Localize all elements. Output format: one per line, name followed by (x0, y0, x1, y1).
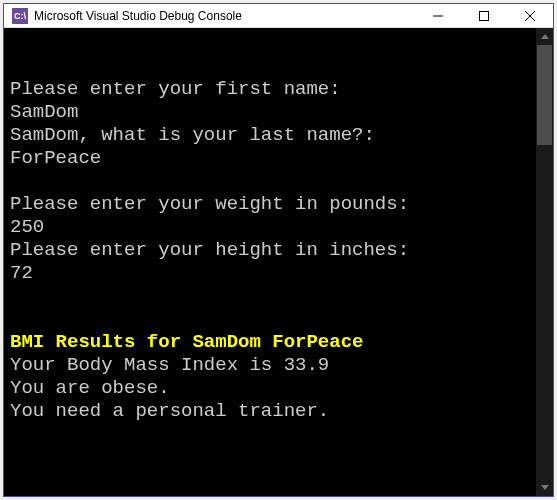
chevron-up-icon (541, 34, 549, 39)
scroll-thumb[interactable] (537, 45, 552, 145)
console-line: Please enter your height in inches: (10, 239, 547, 262)
chevron-down-icon (541, 485, 549, 490)
console-line: 72 (10, 262, 547, 285)
console-line: Your Body Mass Index is 33.9 (10, 354, 547, 377)
console-line: ForPeace (10, 147, 547, 170)
console-line: Please enter your weight in pounds: (10, 193, 547, 216)
window-title: Microsoft Visual Studio Debug Console (34, 9, 415, 23)
minimize-button[interactable] (415, 4, 461, 27)
scrollbar[interactable] (536, 28, 553, 496)
titlebar[interactable]: C:\ Microsoft Visual Studio Debug Consol… (4, 4, 553, 28)
scroll-up-button[interactable] (536, 28, 553, 45)
svg-marker-5 (541, 485, 549, 490)
console-line (10, 285, 547, 308)
window-controls (415, 4, 553, 27)
app-icon: C:\ (12, 8, 28, 24)
console-line (10, 170, 547, 193)
window: C:\ Microsoft Visual Studio Debug Consol… (3, 3, 554, 497)
svg-rect-1 (480, 11, 489, 20)
scroll-down-button[interactable] (536, 479, 553, 496)
close-icon (525, 11, 535, 21)
console-line: 250 (10, 216, 547, 239)
console-line: You need a personal trainer. (10, 400, 547, 423)
svg-marker-4 (541, 34, 549, 39)
console-line (10, 308, 547, 331)
minimize-icon (433, 11, 443, 21)
console-line: SamDom (10, 101, 547, 124)
console-line: SamDom, what is your last name?: (10, 124, 547, 147)
console-line: You are obese. (10, 377, 547, 400)
console-line: BMI Results for SamDom ForPeace (10, 331, 547, 354)
close-button[interactable] (507, 4, 553, 27)
console-line: Please enter your first name: (10, 78, 547, 101)
maximize-button[interactable] (461, 4, 507, 27)
maximize-icon (479, 11, 489, 21)
console-area[interactable]: Please enter your first name:SamDomSamDo… (4, 28, 553, 496)
